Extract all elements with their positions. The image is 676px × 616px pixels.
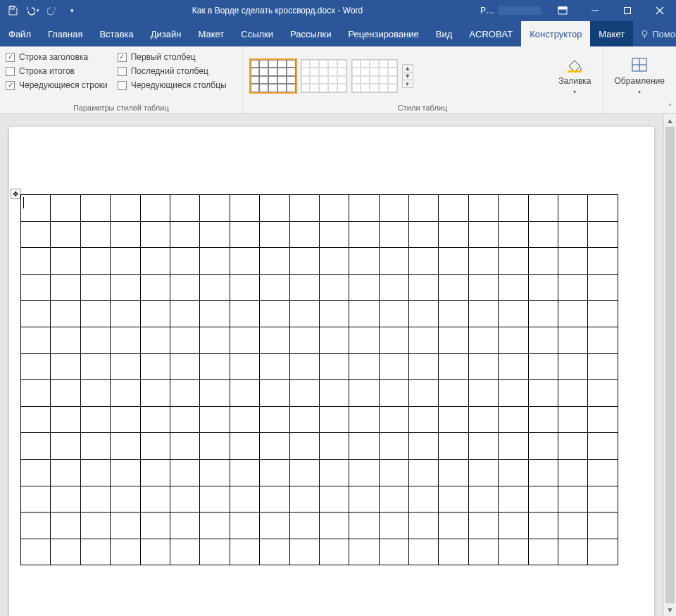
table-cell[interactable] [260,433,289,460]
table-cell[interactable] [140,459,170,486]
table-cell[interactable] [349,274,379,301]
table-cell[interactable] [140,513,170,539]
table-cell[interactable] [170,274,199,301]
table-cell[interactable] [21,433,51,460]
style-thumb[interactable] [250,59,296,93]
table-cell[interactable] [379,539,408,565]
table-cell[interactable] [409,301,439,327]
table-cell[interactable] [80,248,110,275]
table-cell[interactable] [499,539,528,565]
qat-customize[interactable]: ▾ [63,2,80,19]
table-cell[interactable] [21,221,51,248]
minimize-button[interactable] [579,0,611,21]
table-cell[interactable] [558,380,588,407]
table-cell[interactable] [558,327,588,353]
table-cell[interactable] [379,327,408,353]
table-cell[interactable] [230,380,259,407]
table-cell[interactable] [319,406,349,433]
table-cell[interactable] [111,301,140,327]
table-cell[interactable] [200,486,230,513]
scroll-up[interactable]: ▲ [664,114,676,127]
table-cell[interactable] [409,486,439,513]
table-cell[interactable] [319,513,349,539]
table-cell[interactable] [51,459,80,486]
table-cell[interactable] [170,539,199,565]
table-cell[interactable] [528,221,558,248]
table-cell[interactable] [528,274,558,301]
table-cell[interactable] [80,539,110,565]
table-cell[interactable] [379,195,408,222]
table-cell[interactable] [51,380,80,407]
tab-review[interactable]: Рецензирование [339,21,427,46]
table-cell[interactable] [289,513,319,539]
table-cell[interactable] [170,406,199,433]
chk-banded-cols[interactable]: Чередующиеся столбцы [118,80,227,90]
table-cell[interactable] [439,406,468,433]
table-cell[interactable] [558,195,588,222]
table-cell[interactable] [409,539,439,565]
table-cell[interactable] [588,486,618,513]
save-button[interactable] [4,2,21,19]
tell-me[interactable]: Помощн [633,29,676,39]
table-cell[interactable] [80,195,110,222]
table-cell[interactable] [51,539,80,565]
table-cell[interactable] [80,406,110,433]
tab-home[interactable]: Главная [39,21,91,46]
table-cell[interactable] [170,221,199,248]
table-cell[interactable] [558,459,588,486]
table-cell[interactable] [21,513,51,539]
table-cell[interactable] [51,301,80,327]
table-cell[interactable] [468,433,498,460]
undo-button[interactable]: ▾ [24,2,41,19]
table-cell[interactable] [588,274,618,301]
table-cell[interactable] [349,433,379,460]
table-cell[interactable] [200,195,230,222]
table-cell[interactable] [499,327,528,353]
table-cell[interactable] [319,301,349,327]
table-cell[interactable] [558,248,588,275]
table-cell[interactable] [21,195,51,222]
table-cell[interactable] [528,301,558,327]
table-cell[interactable] [528,195,558,222]
table-cell[interactable] [140,486,170,513]
table-cell[interactable] [111,221,140,248]
tab-references[interactable]: Ссылки [232,21,282,46]
chk-total-row[interactable]: Строка итогов [6,66,108,76]
table-cell[interactable] [230,433,259,460]
table-cell[interactable] [200,459,230,486]
table-cell[interactable] [140,248,170,275]
table-cell[interactable] [140,353,170,380]
scroll-track[interactable] [664,127,676,603]
redo-button[interactable] [44,2,61,19]
table-cell[interactable] [170,486,199,513]
table-cell[interactable] [379,486,408,513]
table-cell[interactable] [319,353,349,380]
table-cell[interactable] [21,274,51,301]
table-cell[interactable] [409,195,439,222]
table-cell[interactable] [200,539,230,565]
shading-button[interactable]: Заливка ▾ [553,54,596,98]
table-cell[interactable] [289,301,319,327]
table-cell[interactable] [409,380,439,407]
table-cell[interactable] [170,433,199,460]
table-cell[interactable] [439,195,468,222]
table-cell[interactable] [319,433,349,460]
table-cell[interactable] [558,513,588,539]
table-cell[interactable] [200,380,230,407]
table-cell[interactable] [230,539,259,565]
table-cell[interactable] [140,539,170,565]
table-cell[interactable] [499,380,528,407]
table-cell[interactable] [140,274,170,301]
table-cell[interactable] [588,221,618,248]
collapse-ribbon[interactable]: ˄ [668,103,672,111]
table-cell[interactable] [349,539,379,565]
table-cell[interactable] [51,195,80,222]
table-cell[interactable] [21,459,51,486]
table-cell[interactable] [409,353,439,380]
table-cell[interactable] [140,327,170,353]
scroll-down[interactable]: ▼ [664,603,676,616]
table-cell[interactable] [230,274,259,301]
chk-header-row[interactable]: Строка заголовка [6,52,108,62]
table-cell[interactable] [170,195,199,222]
table-cell[interactable] [439,459,468,486]
